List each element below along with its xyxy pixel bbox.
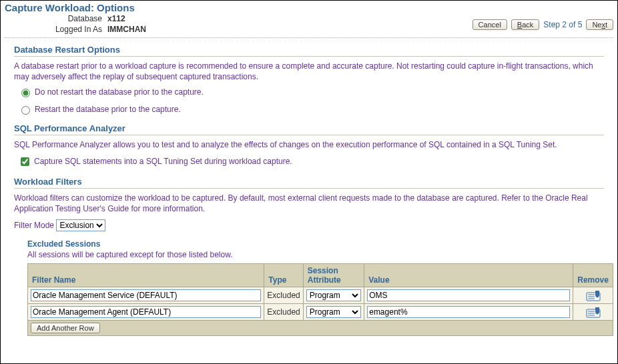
remove-icon[interactable] — [586, 306, 601, 318]
database-value: x112 — [107, 14, 125, 23]
cancel-button[interactable]: Cancel — [473, 19, 507, 30]
next-button[interactable]: Next — [586, 19, 613, 30]
filters-heading: Workload Filters — [14, 177, 604, 187]
restart-heading: Database Restart Options — [14, 45, 604, 55]
restart-radio-no-label: Do not restart the database prior to the… — [35, 87, 204, 97]
divider — [5, 37, 613, 38]
table-row: Excluded Program — [28, 303, 613, 320]
filter-table: Filter Name Type Session Attribute Value… — [27, 263, 613, 336]
col-filter-name: Filter Name — [28, 263, 264, 287]
table-row: Excluded Program — [28, 287, 613, 303]
col-value: Value — [364, 263, 573, 287]
spa-checkbox-label: Capture SQL statements into a SQL Tuning… — [34, 157, 292, 166]
spa-checkbox[interactable] — [21, 157, 29, 166]
filters-body: Workload filters can customize the workl… — [14, 191, 604, 215]
database-label: Database — [5, 14, 107, 23]
filter-mode-select[interactable]: Exclusion — [56, 219, 105, 231]
restart-radio-no[interactable] — [21, 89, 30, 97]
logged-in-label: Logged In As — [5, 25, 107, 34]
restart-body: A database restart prior to a workload c… — [14, 59, 604, 83]
excluded-sessions-heading: Excluded Sessions — [27, 239, 604, 249]
filter-mode-label: Filter Mode — [14, 221, 54, 230]
step-indicator: Step 2 of 5 — [543, 20, 582, 29]
excluded-sessions-body: All sessions will be captured except for… — [27, 250, 604, 259]
filter-name-input[interactable] — [31, 289, 261, 301]
spa-body: SQL Performance Analyzer allows you to t… — [14, 138, 604, 151]
session-attribute-select[interactable]: Program — [306, 289, 361, 301]
filter-value-input[interactable] — [367, 289, 570, 301]
restart-radio-yes-label: Restart the database prior to the captur… — [35, 105, 181, 114]
back-button[interactable]: Back — [511, 19, 539, 30]
remove-icon[interactable] — [586, 289, 601, 301]
col-remove: Remove — [573, 263, 613, 287]
logged-in-value: IMMCHAN — [107, 25, 146, 34]
add-another-row-button[interactable]: Add Another Row — [31, 323, 100, 333]
page-title: Capture Workload: Options — [1, 1, 617, 13]
col-session-attribute: Session Attribute — [303, 263, 364, 287]
filter-name-input[interactable] — [31, 306, 261, 318]
session-attribute-select[interactable]: Program — [306, 306, 361, 318]
restart-radio-yes[interactable] — [21, 106, 30, 115]
spa-heading: SQL Performance Analyzer — [14, 123, 604, 133]
filter-value-input[interactable] — [367, 306, 570, 318]
filter-type-cell: Excluded — [264, 303, 303, 320]
filter-type-cell: Excluded — [264, 287, 303, 303]
col-type: Type — [264, 263, 303, 287]
